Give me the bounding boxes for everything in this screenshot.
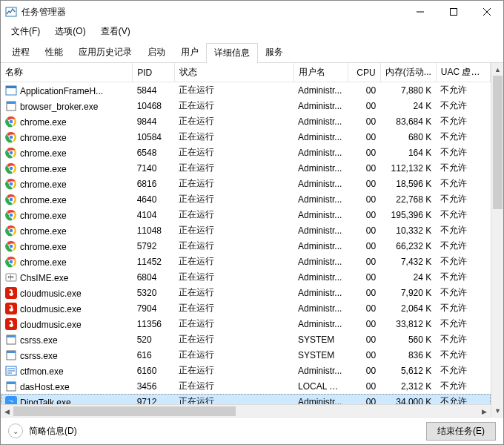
- process-name: ApplicationFrameH...: [20, 86, 103, 96]
- column-cpu[interactable]: CPU: [348, 63, 380, 82]
- table-row[interactable]: ApplicationFrameH...5844正在运行Administr...…: [1, 82, 491, 99]
- cell-uac: 不允许: [436, 98, 490, 113]
- table-row[interactable]: chrome.exe7140正在运行Administr...00112,132 …: [1, 160, 491, 176]
- cell-status: 正在运行: [174, 98, 294, 113]
- column-pid[interactable]: PID: [133, 63, 174, 82]
- tab-details[interactable]: 详细信息: [206, 43, 258, 63]
- table-row[interactable]: browser_broker.exe10468正在运行Administr...0…: [1, 98, 491, 113]
- minimize-button[interactable]: [403, 1, 437, 23]
- cell-name: csrss.exe: [1, 347, 133, 363]
- scroll-up-arrow-icon[interactable]: ▲: [491, 63, 503, 76]
- table-row[interactable]: ctfmon.exe6160正在运行Administr...005,612 K不…: [1, 363, 491, 378]
- cell-user: Administr...: [294, 145, 348, 160]
- menu-file[interactable]: 文件(F): [7, 24, 47, 39]
- process-icon: [5, 147, 17, 159]
- fewer-details-label[interactable]: 简略信息(D): [29, 425, 426, 438]
- menu-view[interactable]: 查看(V): [96, 24, 138, 39]
- process-icon: [5, 131, 17, 143]
- column-user[interactable]: 用户名: [294, 63, 348, 82]
- table-row[interactable]: chrome.exe6548正在运行Administr...00164 K不允许: [1, 145, 491, 160]
- cell-memory: 195,396 K: [380, 207, 436, 222]
- cell-pid: 616: [133, 347, 174, 363]
- scroll-right-arrow-icon[interactable]: ▶: [478, 405, 491, 417]
- table-row[interactable]: cloudmusic.exe7904正在运行Administr...002,06…: [1, 300, 491, 316]
- tab-performance[interactable]: 性能: [37, 42, 71, 62]
- horizontal-scrollbar[interactable]: ◀ ▶: [1, 404, 491, 417]
- cell-name: chrome.exe: [1, 113, 133, 129]
- cell-status: 正在运行: [174, 254, 294, 269]
- close-button[interactable]: [470, 1, 503, 23]
- table-row[interactable]: csrss.exe520正在运行SYSTEM00560 K不允许: [1, 332, 491, 347]
- cell-status: 正在运行: [174, 113, 294, 129]
- hscroll-thumb[interactable]: [13, 406, 236, 416]
- table-row[interactable]: chrome.exe11048正在运行Administr...0010,332 …: [1, 222, 491, 238]
- process-name: cloudmusic.exe: [20, 304, 82, 314]
- table-row[interactable]: dasHost.exe3456正在运行LOCAL SE...002,312 K不…: [1, 378, 491, 394]
- cell-user: Administr...: [294, 113, 348, 129]
- table-row[interactable]: DingTalk.exe9712正在运行Administr...0034,000…: [1, 394, 491, 404]
- table-row[interactable]: chrome.exe11452正在运行Administr...007,432 K…: [1, 254, 491, 269]
- vscroll-thumb[interactable]: [493, 76, 503, 209]
- tab-processes[interactable]: 进程: [4, 42, 38, 62]
- cell-uac: 不允许: [436, 332, 490, 347]
- cell-user: Administr...: [294, 82, 348, 99]
- menu-options[interactable]: 选项(O): [50, 24, 93, 39]
- column-uac[interactable]: UAC 虚拟化: [436, 63, 490, 82]
- cell-memory: 34,000 K: [380, 394, 436, 404]
- table-row[interactable]: chrome.exe10584正在运行Administr...00680 K不允…: [1, 129, 491, 145]
- tab-users[interactable]: 用户: [173, 42, 207, 62]
- column-status[interactable]: 状态: [174, 63, 294, 82]
- process-icon: [5, 303, 17, 314]
- cell-memory: 24 K: [380, 98, 436, 113]
- vertical-scrollbar[interactable]: ▲ ▼: [491, 63, 503, 417]
- cell-status: 正在运行: [174, 347, 294, 363]
- process-icon: [5, 194, 17, 205]
- tab-app-history[interactable]: 应用历史记录: [70, 42, 140, 62]
- table-row[interactable]: chrome.exe4640正在运行Administr...0022,768 K…: [1, 191, 491, 207]
- svg-rect-14: [450, 9, 457, 16]
- cell-pid: 7140: [133, 160, 174, 176]
- process-name: csrss.exe: [20, 335, 58, 346]
- cell-pid: 9712: [133, 394, 174, 404]
- table-row[interactable]: ChsIME.exe6804正在运行Administr...0024 K不允许: [1, 269, 491, 285]
- cell-name: chrome.exe: [1, 160, 133, 176]
- table-row[interactable]: chrome.exe4104正在运行Administr...00195,396 …: [1, 207, 491, 222]
- tab-startup[interactable]: 启动: [139, 42, 173, 62]
- cell-cpu: 00: [348, 145, 380, 160]
- cell-pid: 9844: [133, 113, 174, 129]
- cell-status: 正在运行: [174, 207, 294, 222]
- table-row[interactable]: cloudmusic.exe5320正在运行Administr...007,92…: [1, 285, 491, 300]
- column-name[interactable]: 名称: [1, 63, 133, 82]
- cell-uac: 不允许: [436, 316, 490, 332]
- process-name: browser_broker.exe: [20, 102, 98, 112]
- process-icon: [5, 116, 17, 128]
- cell-uac: 不允许: [436, 82, 490, 99]
- table-row[interactable]: csrss.exe616正在运行SYSTEM00836 K不允许: [1, 347, 491, 363]
- cell-name: chrome.exe: [1, 207, 133, 222]
- process-name: chrome.exe: [20, 257, 67, 268]
- cell-name: chrome.exe: [1, 145, 133, 160]
- column-memory[interactable]: 内存(活动...: [380, 63, 436, 82]
- tab-services[interactable]: 服务: [257, 42, 291, 62]
- cell-pid: 10468: [133, 98, 174, 113]
- maximize-button[interactable]: [437, 1, 470, 23]
- cell-status: 正在运行: [174, 238, 294, 254]
- cell-user: Administr...: [294, 285, 348, 300]
- cell-name: ctfmon.exe: [1, 363, 133, 378]
- table-row[interactable]: chrome.exe5792正在运行Administr...0066,232 K…: [1, 238, 491, 254]
- table-row[interactable]: chrome.exe9844正在运行Administr...0083,684 K…: [1, 113, 491, 129]
- chevron-down-icon: ⌄: [13, 427, 19, 435]
- table-row[interactable]: chrome.exe6816正在运行Administr...0018,596 K…: [1, 176, 491, 191]
- scroll-left-arrow-icon[interactable]: ◀: [1, 405, 13, 417]
- cell-uac: 不允许: [436, 113, 490, 129]
- cell-pid: 5844: [133, 82, 174, 99]
- scroll-down-arrow-icon[interactable]: ▼: [491, 404, 503, 417]
- cell-uac: 不允许: [436, 394, 490, 404]
- fewer-details-toggle[interactable]: ⌄: [8, 423, 23, 438]
- cell-uac: 不允许: [436, 222, 490, 238]
- table-row[interactable]: cloudmusic.exe11356正在运行Administr...0033,…: [1, 316, 491, 332]
- menubar: 文件(F) 选项(O) 查看(V): [1, 23, 503, 39]
- end-task-button[interactable]: 结束任务(E): [426, 422, 496, 441]
- cell-memory: 33,812 K: [380, 316, 436, 332]
- cell-cpu: 00: [348, 129, 380, 145]
